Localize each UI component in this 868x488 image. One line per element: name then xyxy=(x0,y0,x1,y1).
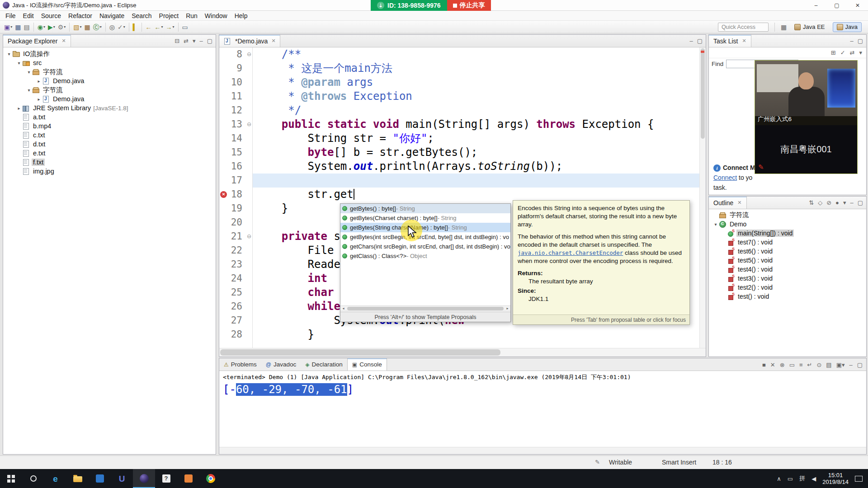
console-pin-console-icon[interactable]: ⊙ xyxy=(816,362,821,368)
console-display-selected-console-icon[interactable]: ▤ xyxy=(826,362,831,368)
webcam-overlay[interactable]: 广州嵌入式6 南昌粤嵌001 ✎ xyxy=(755,60,858,174)
scrollbar-thumb[interactable] xyxy=(220,349,500,356)
package-explorer-tab[interactable]: Package Explorer ✕ xyxy=(3,35,71,47)
taskbar-app-orange[interactable] xyxy=(177,469,199,488)
maximize-window-button[interactable]: ▢ xyxy=(826,0,847,11)
stop-share-button[interactable]: 停止共享 xyxy=(447,0,491,11)
pkg-maximize-icon[interactable]: ▢ xyxy=(207,38,212,44)
dropdown-arrow-icon[interactable]: ▾ xyxy=(10,25,12,29)
toolbar-mark-occurrences-button[interactable]: ▍ xyxy=(132,22,139,33)
code-line[interactable]: * 这是一个main方法 xyxy=(253,61,699,75)
menu-file[interactable]: File xyxy=(2,11,19,21)
toolbar-print-button[interactable]: ▤ xyxy=(22,22,31,33)
expander-icon[interactable]: ▾ xyxy=(6,52,12,56)
editor-vertical-scrollbar[interactable] xyxy=(699,47,706,348)
expander-icon[interactable]: ▾ xyxy=(26,88,32,93)
toolbar-open-task-button[interactable]: ✓▾ xyxy=(116,22,127,33)
outline-item[interactable]: test6() : void xyxy=(709,247,866,256)
tasklist-view-menu-icon[interactable]: ▾ xyxy=(859,50,862,56)
outline-item[interactable]: 字符流 xyxy=(709,211,866,220)
dropdown-arrow-icon[interactable]: ▾ xyxy=(80,25,82,29)
tab-javadoc[interactable]: @Javadoc xyxy=(261,358,301,371)
pkg-minimize-icon[interactable]: – xyxy=(199,38,203,44)
console-word-wrap-icon[interactable]: ↵ xyxy=(807,362,812,368)
tab-console[interactable]: ▣Console xyxy=(347,358,387,371)
pkg-collapse-all-icon[interactable]: ⊟ xyxy=(175,38,179,44)
tree-item[interactable]: b.mp4 xyxy=(3,122,216,131)
tree-item[interactable]: ▸Demo.java xyxy=(3,76,216,85)
tree-item[interactable]: ▾IO流操作 xyxy=(3,49,216,58)
outline-item[interactable]: test5() : void xyxy=(709,256,866,265)
console-clear-console-icon[interactable]: ▭ xyxy=(789,362,795,368)
open-perspective-icon[interactable]: ▦ xyxy=(781,23,787,31)
toolbar-new-class-button[interactable]: Ⓒ▾ xyxy=(92,22,103,33)
completion-item[interactable]: getBytes() : byte[] - String xyxy=(340,204,510,213)
tray-app-tray-icon[interactable]: ▭ xyxy=(788,475,793,482)
expander-icon[interactable]: ▾ xyxy=(712,222,719,227)
menu-refactor[interactable]: Refactor xyxy=(65,11,96,21)
insert-mode-status[interactable]: Smart Insert xyxy=(662,459,696,466)
menu-help[interactable]: Help xyxy=(231,11,251,21)
scrollbar-thumb[interactable] xyxy=(347,307,504,310)
outline-item[interactable]: test() : void xyxy=(709,292,866,301)
tree-item[interactable]: e.txt xyxy=(3,149,216,158)
code-line[interactable]: */ xyxy=(253,103,699,117)
toolbar-new-java-project-button[interactable]: ▧▾ xyxy=(72,22,83,33)
toolbar-run-button[interactable]: ▶▾ xyxy=(47,22,57,33)
overview-error-marker[interactable] xyxy=(701,51,704,53)
outline-hide-non-public-icon[interactable]: ● xyxy=(835,200,839,206)
code-line[interactable]: } xyxy=(253,328,699,342)
scroll-right-icon[interactable]: ▸ xyxy=(505,306,510,310)
scrollbar-thumb[interactable] xyxy=(701,48,705,139)
close-view-icon[interactable]: ✕ xyxy=(737,200,741,206)
charset-encoder-link[interactable]: java.nio.charset.CharsetEncoder xyxy=(518,249,623,256)
code-line[interactable]: String str = "你好"; xyxy=(253,131,699,145)
connect-link[interactable]: Connect xyxy=(713,174,737,181)
taskbar-chrome[interactable] xyxy=(199,469,222,488)
menu-search[interactable]: Search xyxy=(128,11,155,21)
perspective-java-button[interactable]: Java xyxy=(833,22,862,32)
tree-item[interactable]: a.txt xyxy=(3,113,216,122)
toolbar-open-editor-button[interactable]: ▭ xyxy=(181,22,189,33)
minimize-window-button[interactable]: – xyxy=(806,0,826,11)
tasklist-synchronize-icon[interactable]: ⇄ xyxy=(850,50,855,56)
expander-icon[interactable]: ▾ xyxy=(26,70,32,75)
toolbar-search-button[interactable]: ◎ xyxy=(108,22,116,33)
outline-maximize-icon[interactable]: ▢ xyxy=(858,200,863,206)
outline-item[interactable]: main(String[]) : void xyxy=(709,229,866,238)
tray-input-pinyin-icon[interactable]: 拼 xyxy=(799,474,805,483)
code-line[interactable]: public static void main(String[] args) t… xyxy=(253,117,699,131)
outline-item[interactable]: test4() : void xyxy=(709,265,866,274)
console-maximize-icon[interactable]: ▢ xyxy=(857,362,863,368)
menu-source[interactable]: Source xyxy=(38,11,65,21)
menu-run[interactable]: Run xyxy=(182,11,201,21)
expander-icon[interactable]: ▸ xyxy=(36,97,42,102)
console-horizontal-scrollbar[interactable] xyxy=(219,447,866,454)
tree-item[interactable]: img.jpg xyxy=(3,167,216,176)
completion-item[interactable]: getBytes(String charsetName) : byte[] - … xyxy=(340,223,510,232)
toolbar-back-button[interactable]: ←▾ xyxy=(153,22,165,33)
tree-item[interactable]: ▸Demo.java xyxy=(3,94,216,103)
taskbar-clock[interactable]: 15:01 2019/8/14 xyxy=(822,472,849,485)
task-list-tab[interactable]: Task List ✕ xyxy=(709,35,751,47)
outline-hide-static-icon[interactable]: ⊘ xyxy=(826,200,831,206)
dropdown-arrow-icon[interactable]: ▾ xyxy=(53,25,55,29)
outline-view-menu-icon[interactable]: ▾ xyxy=(843,200,846,206)
action-center-icon[interactable] xyxy=(855,476,863,482)
dropdown-arrow-icon[interactable]: ▾ xyxy=(64,25,66,29)
outline-item[interactable]: ▾Demo xyxy=(709,220,866,229)
menu-window[interactable]: Window xyxy=(201,11,231,21)
tree-item[interactable]: ▾字符流 xyxy=(3,67,216,76)
menu-edit[interactable]: Edit xyxy=(19,11,38,21)
taskbar-eclipse[interactable] xyxy=(133,469,155,488)
code-line[interactable] xyxy=(253,174,699,188)
perspective-javaee-button[interactable]: Java EE xyxy=(790,22,829,32)
completion-item[interactable]: getClass() : Class<?> - Object xyxy=(340,251,510,261)
editor-minimize-icon[interactable]: – xyxy=(689,38,693,44)
menu-navigate[interactable]: Navigate xyxy=(96,11,128,21)
toolbar-new-package-button[interactable]: ▦ xyxy=(83,22,92,33)
fold-icon[interactable]: ⊖ xyxy=(247,234,251,239)
fold-icon[interactable]: ⊖ xyxy=(247,52,251,57)
dropdown-arrow-icon[interactable]: ▾ xyxy=(123,25,125,29)
tab-declaration[interactable]: ◈Declaration xyxy=(301,358,347,371)
